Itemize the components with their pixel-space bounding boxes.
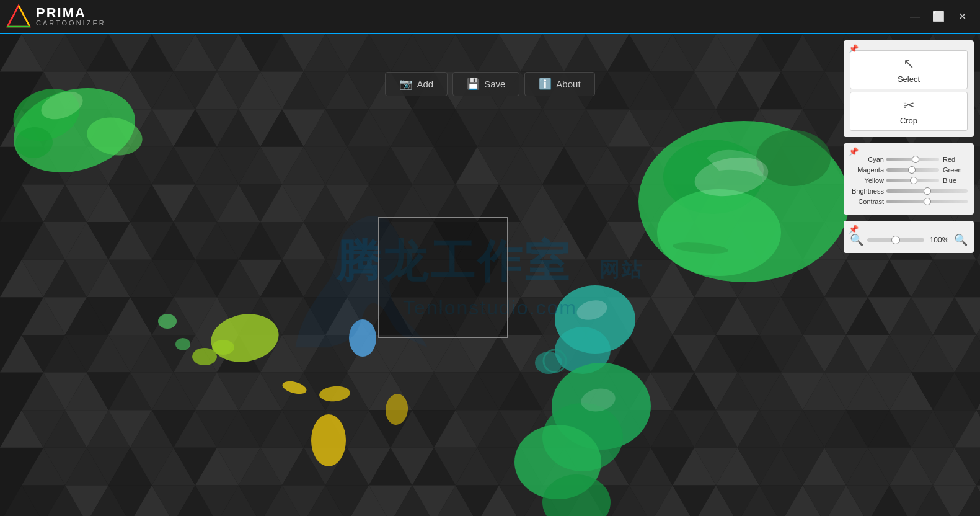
tool-panel-pin: 📌 [849, 44, 859, 53]
brightness-slider[interactable] [886, 189, 968, 193]
crop-label: Crop [900, 116, 917, 125]
magenta-row: Magenta Green [850, 166, 968, 174]
svg-marker-0 [7, 6, 30, 27]
save-button[interactable]: 💾 Save [452, 72, 519, 96]
blue-label: Blue [943, 177, 968, 184]
about-button[interactable]: ℹ️ About [524, 72, 594, 96]
cyan-row: Cyan Red [850, 156, 968, 163]
brightness-label: Brightness [850, 187, 884, 195]
window-controls: — ⬜ ✕ [907, 9, 980, 25]
save-icon: 💾 [467, 78, 480, 91]
green-label: Green [943, 166, 968, 174]
contrast-label: Contrast [850, 198, 884, 205]
minimize-button[interactable]: — [907, 9, 923, 25]
zoom-in-button[interactable]: 🔍 [954, 233, 968, 247]
add-button[interactable]: 📷 Add [385, 72, 448, 96]
zoom-panel: 📌 🔍 100% 🔍 [844, 221, 974, 253]
logo-area: PRIMA CARTOONIZER [0, 4, 106, 29]
save-label: Save [484, 79, 505, 89]
color-panel-pin: 📌 [849, 147, 859, 156]
contrast-slider[interactable] [886, 200, 968, 203]
add-label: Add [417, 79, 433, 89]
zoom-in-icon: 🔍 [954, 233, 968, 247]
logo-cartoonizer: CARTOONIZER [36, 20, 106, 27]
canvas-area[interactable]: 📷 Add 💾 Save ℹ️ About [0, 34, 980, 516]
yellow-slider[interactable] [886, 179, 939, 182]
about-label: About [556, 79, 580, 89]
brightness-row: Brightness [850, 187, 968, 195]
zoom-slider[interactable] [867, 238, 924, 242]
zoom-out-button[interactable]: 🔍 [850, 233, 863, 247]
logo-prima: PRIMA [36, 6, 106, 20]
svg-line-1 [7, 6, 19, 27]
toolbar: 📷 Add 💾 Save ℹ️ About [0, 68, 980, 99]
title-bar: PRIMA CARTOONIZER — ⬜ ✕ [0, 0, 980, 34]
about-icon: ℹ️ [539, 78, 552, 91]
zoom-panel-pin: 📌 [849, 225, 859, 234]
svg-line-2 [19, 6, 30, 27]
add-icon: 📷 [399, 78, 412, 91]
zoom-out-icon: 🔍 [850, 233, 863, 247]
logo-text: PRIMA CARTOONIZER [36, 6, 106, 27]
yellow-row: Yellow Blue [850, 177, 968, 184]
cyan-label: Cyan [850, 156, 884, 163]
magenta-label: Magenta [850, 166, 884, 174]
magenta-slider[interactable] [886, 168, 939, 172]
red-label: Red [943, 156, 968, 163]
crop-icon: ✂ [903, 97, 914, 113]
logo-icon [6, 4, 31, 29]
contrast-row: Contrast [850, 198, 968, 205]
color-panel: 📌 Cyan Red Magenta Green Yellow [844, 143, 974, 215]
zoom-percent-label: 100% [928, 236, 950, 244]
cyan-slider[interactable] [886, 158, 939, 161]
restore-button[interactable]: ⬜ [930, 9, 947, 25]
close-button[interactable]: ✕ [954, 9, 970, 25]
yellow-label: Yellow [850, 177, 884, 184]
selection-rectangle[interactable] [378, 217, 508, 338]
